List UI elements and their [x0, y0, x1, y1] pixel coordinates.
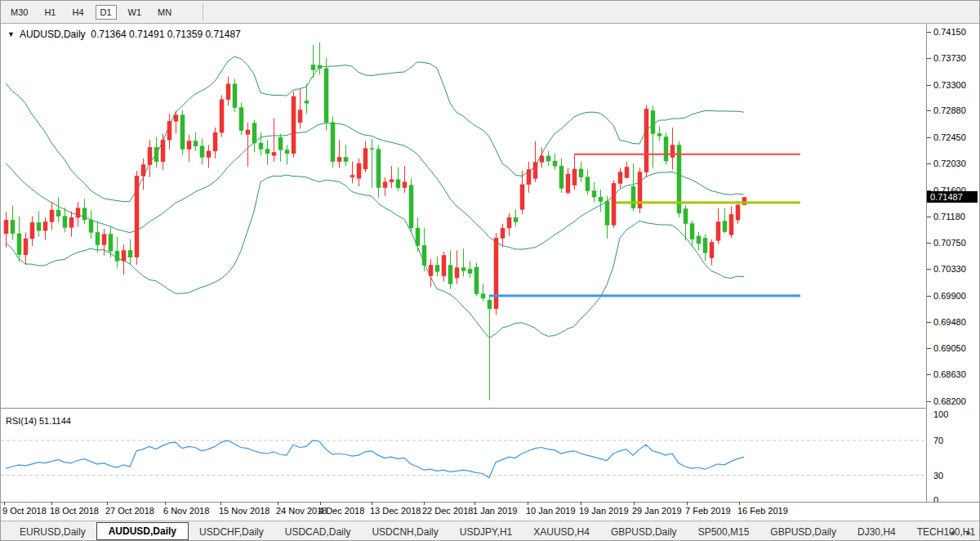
price-tick-label: 0.71180	[933, 212, 965, 221]
pane-separator[interactable]	[1, 408, 927, 409]
date-tick-label: 1 Jan 2019	[473, 506, 517, 516]
price-tick-label: 0.68630	[933, 369, 966, 379]
terminal-window: M30H1H4D1W1MN ▼ AUDUSD,Daily 0.71364 0.7…	[0, 0, 980, 541]
date-tick-mark	[581, 502, 581, 505]
price-chart-canvas[interactable]	[1, 24, 926, 408]
price-tick-mark	[927, 137, 931, 138]
symbol-tabbar: EURUSD,DailyAUDUSD,DailyUSDCHF,DailyUSDC…	[1, 521, 980, 541]
date-tick-label: 10 Jan 2019	[526, 506, 576, 516]
timeframe-button-m30[interactable]: M30	[6, 5, 33, 20]
date-tick-mark	[4, 502, 5, 505]
tab-dj30-h4[interactable]: DJ30,H4	[847, 524, 906, 540]
timeframe-button-w1[interactable]: W1	[123, 5, 147, 20]
date-tick-label: 29 Jan 2019	[632, 506, 682, 516]
tab-xauusd-h4[interactable]: XAUUSD,H4	[523, 524, 600, 540]
date-tick-label: 19 Jan 2019	[579, 506, 629, 516]
chart-title: ▼ AUDUSD,Daily 0.71364 0.71491 0.71359 0…	[7, 29, 241, 40]
price-tick-label: 0.72030	[933, 159, 966, 168]
timeframe-button-d1[interactable]: D1	[96, 5, 117, 20]
date-tick-mark	[739, 502, 740, 505]
price-tick-label: 0.70750	[933, 238, 966, 248]
price-tick-mark	[927, 243, 931, 244]
price-tick-label: 0.70330	[933, 264, 966, 274]
date-tick-label: 16 Feb 2019	[737, 506, 788, 516]
date-tick-label: 4 Dec 2018	[318, 506, 364, 516]
price-tick-mark	[927, 110, 931, 111]
date-tick-label: 15 Nov 2018	[219, 506, 270, 516]
toolbar-separator	[203, 3, 203, 21]
timeframe-button-mn[interactable]: MN	[153, 5, 176, 20]
price-tick-label: 0.71600	[933, 186, 966, 195]
price-tick-label: 0.73300	[933, 80, 966, 90]
rsi-chart-canvas[interactable]	[1, 414, 926, 502]
timeframe-button-h4[interactable]: H4	[67, 5, 88, 20]
rsi-tick-label: 100	[933, 409, 948, 419]
date-tick-label: 18 Oct 2018	[50, 506, 99, 516]
date-tick-mark	[634, 502, 635, 505]
date-tick-label: 13 Dec 2018	[370, 506, 421, 516]
tab-scroll-arrows[interactable]: ◂ ▸	[950, 527, 976, 538]
date-tick-mark	[372, 502, 372, 505]
price-tick-label: 0.69050	[933, 343, 966, 353]
tab-usdchf-daily[interactable]: USDCHF,Daily	[189, 524, 274, 540]
date-tick-mark	[320, 502, 321, 505]
price-tick-label: 0.72450	[933, 132, 966, 142]
price-tick-mark	[927, 190, 931, 191]
tab-usdcnh-daily[interactable]: USDCNH,Daily	[361, 524, 448, 540]
timeframe-button-h1[interactable]: H1	[39, 5, 60, 20]
date-tick-mark	[107, 502, 108, 505]
tab-gbpusd-daily[interactable]: GBPUSD,Daily	[760, 524, 847, 540]
price-tick-mark	[927, 58, 931, 59]
date-tick-mark	[220, 502, 221, 505]
price-tick-mark	[927, 348, 931, 349]
rsi-indicator-label: RSI(14) 51.1144	[6, 416, 71, 426]
price-tick-label: 0.72880	[933, 105, 966, 115]
price-tick-mark	[927, 269, 931, 270]
price-tick-mark	[927, 163, 931, 164]
tab-eurusd-daily[interactable]: EURUSD,Daily	[9, 524, 96, 540]
date-tick-label: 7 Feb 2019	[685, 506, 731, 516]
price-tick-mark	[927, 217, 931, 217]
price-tick-label: 0.69900	[933, 291, 966, 301]
tab-sp500-m15[interactable]: SP500,M15	[688, 524, 760, 540]
date-tick-label: 22 Dec 2018	[422, 506, 473, 516]
date-tick-mark	[278, 502, 278, 505]
price-tick-label: 0.73730	[933, 53, 966, 63]
date-tick-mark	[528, 502, 528, 505]
rsi-tick-label: 70	[933, 436, 943, 445]
price-tick-mark	[927, 374, 931, 375]
chart-title-text: AUDUSD,Daily 0.71364 0.71491 0.71359 0.7…	[20, 29, 241, 40]
chevron-down-icon[interactable]: ▼	[7, 30, 15, 38]
tab-usdcad-daily[interactable]: USDCAD,Daily	[274, 524, 362, 540]
price-tick-label: 0.68200	[933, 396, 966, 406]
price-tick-label: 0.69480	[933, 317, 966, 327]
date-tick-mark	[165, 502, 166, 505]
date-tick-mark	[687, 502, 688, 505]
date-tick-mark	[424, 502, 425, 505]
rsi-tick-label: 30	[933, 471, 943, 481]
price-axis[interactable]: 0.71487 0.741500.737300.733000.728800.72…	[927, 24, 980, 502]
price-tick-mark	[927, 32, 931, 33]
price-tick-mark	[927, 296, 931, 297]
price-tick-mark	[927, 401, 931, 402]
date-tick-mark	[51, 502, 52, 505]
price-tick-mark	[927, 85, 931, 86]
date-tick-mark	[474, 502, 475, 505]
price-tick-mark	[927, 322, 931, 323]
price-tick-label: 0.74150	[933, 27, 966, 37]
tab-audusd-daily[interactable]: AUDUSD,Daily	[96, 522, 189, 540]
timeframe-toolbar: M30H1H4D1W1MN	[1, 1, 980, 24]
tab-gbpusd-daily[interactable]: GBPUSD,Daily	[600, 524, 688, 540]
date-tick-label: 6 Nov 2018	[163, 506, 209, 516]
date-tick-label: 27 Oct 2018	[105, 506, 154, 516]
date-axis[interactable]: 9 Oct 201818 Oct 201827 Oct 20186 Nov 20…	[1, 502, 980, 520]
date-tick-label: 9 Oct 2018	[2, 506, 47, 516]
tab-usdjpy-h1[interactable]: USDJPY,H1	[449, 524, 523, 540]
